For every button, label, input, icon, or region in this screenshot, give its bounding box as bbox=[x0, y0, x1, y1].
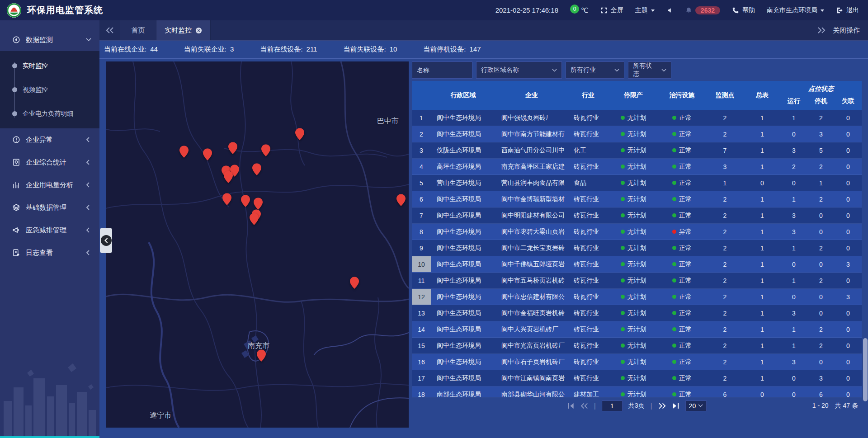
tabs: 首页实时监控 bbox=[120, 20, 211, 40]
industry-filter-select[interactable]: 所有行业 bbox=[566, 61, 624, 79]
col-header-industry[interactable]: 行业 bbox=[568, 81, 609, 110]
map-pin-icon[interactable] bbox=[254, 198, 263, 210]
sidebar-subitem[interactable]: 企业电力负荷明细 bbox=[0, 102, 99, 126]
col-header-lost[interactable]: 失联 bbox=[835, 93, 862, 110]
first-page-icon[interactable] bbox=[567, 403, 575, 409]
map-collapse-handle[interactable] bbox=[100, 228, 112, 253]
tab[interactable]: 首页 bbox=[120, 20, 156, 40]
chevron-down-icon bbox=[661, 69, 666, 72]
table-row[interactable]: 15阆中生态环境局阆中市光富页岩机砖厂砖瓦行业无计划正常21120 bbox=[412, 338, 862, 354]
table-row[interactable]: 3仪陇生态环境局西南油气田分公司川中化工无计划正常71350 bbox=[412, 142, 862, 159]
vertical-scrollbar[interactable] bbox=[863, 338, 868, 401]
prev-page-icon[interactable] bbox=[580, 403, 588, 409]
table-row[interactable]: 11阆中生态环境局阆中市五马桥页岩机砖砖瓦行业无计划正常21120 bbox=[412, 273, 862, 289]
exit-button[interactable]: 退出 bbox=[836, 6, 859, 14]
map-pin-icon[interactable] bbox=[252, 163, 261, 175]
sidebar-menu: 数据监测实时监控视频监控企业电力负荷明细企业异常企业综合统计企业用电量分析基础数… bbox=[0, 28, 99, 264]
sidebar-item[interactable]: 基础数据管理 bbox=[0, 196, 99, 219]
name-input[interactable] bbox=[417, 66, 467, 74]
table-row[interactable]: 16阆中生态环境局阆中市石子页岩机砖厂砖瓦行业无计划正常21300 bbox=[412, 354, 862, 370]
table-row[interactable]: 7阆中生态环境局阆中明阳建材有限公司砖瓦行业无计划正常21300 bbox=[412, 207, 862, 224]
sidebar-item[interactable]: 企业用电量分析 bbox=[0, 174, 99, 196]
status-dot bbox=[621, 376, 625, 380]
map-pin-icon[interactable] bbox=[250, 213, 259, 226]
map-pin-icon[interactable] bbox=[179, 146, 189, 158]
status-dot bbox=[672, 213, 676, 217]
table-row[interactable]: 12阆中生态环境局阆中市忠信建材有限公砖瓦行业无计划正常21003 bbox=[412, 289, 862, 305]
name-filter-input[interactable] bbox=[412, 61, 472, 79]
map-pin-icon[interactable] bbox=[295, 128, 304, 140]
theme-dropdown[interactable]: 主题 bbox=[635, 6, 655, 14]
help-button[interactable]: 帮助 bbox=[732, 6, 755, 14]
cell-facility-status: 正常 bbox=[658, 321, 706, 337]
sidebar-item[interactable]: 企业综合统计 bbox=[0, 151, 99, 174]
tabs-scroll-right-button[interactable] bbox=[817, 27, 826, 33]
fullscreen-button[interactable]: 全屏 bbox=[600, 6, 623, 14]
next-page-icon[interactable] bbox=[658, 403, 666, 409]
map-city-label: 遂宁市 bbox=[150, 411, 171, 420]
col-header-stop[interactable]: 停机 bbox=[807, 93, 835, 110]
col-header-limit[interactable]: 停限产 bbox=[609, 81, 658, 110]
sidebar-item[interactable]: 企业异常 bbox=[0, 128, 99, 151]
table-row[interactable]: 8阆中生态环境局阆中市枣碧大梁山页岩砖瓦行业无计划异常21300 bbox=[412, 224, 862, 240]
tab-close-icon[interactable] bbox=[195, 27, 202, 34]
col-header-run[interactable]: 运行 bbox=[780, 93, 807, 110]
cell-company: 阆中强锐页岩砖厂 bbox=[495, 110, 568, 126]
cell-run: 3 bbox=[780, 224, 807, 240]
notifications[interactable]: 2632 bbox=[685, 6, 720, 14]
region-filter-select[interactable]: 行政区域名称 bbox=[476, 61, 562, 79]
col-header-total[interactable]: 总表 bbox=[744, 81, 780, 110]
page-size-select[interactable]: 20 bbox=[685, 400, 707, 411]
cell-limit-status: 无计划 bbox=[609, 256, 658, 272]
org-dropdown[interactable]: 南充市生态环境局 bbox=[767, 6, 824, 14]
map-pin-icon[interactable] bbox=[222, 193, 231, 205]
col-header-region[interactable]: 行政区域 bbox=[431, 81, 495, 110]
table-row[interactable]: 1阆中生态环境局阆中强锐页岩砖厂砖瓦行业无计划正常21120 bbox=[412, 110, 862, 126]
sidebar-item[interactable]: 日志查看 bbox=[0, 241, 99, 264]
table-row[interactable]: 18南部生态环境局南部县砌华山河有限公建材加工无计划正常60060 bbox=[412, 386, 862, 397]
map-pin-icon[interactable] bbox=[261, 144, 270, 156]
cell-lost: 0 bbox=[835, 207, 862, 223]
close-operations-dropdown[interactable]: 关闭操作 bbox=[833, 26, 860, 35]
table-row[interactable]: 6阆中生态环境局阆中市金博瑞新型墙材砖瓦行业无计划正常21120 bbox=[412, 191, 862, 207]
map-pin-icon[interactable] bbox=[228, 142, 237, 154]
sound-button[interactable] bbox=[666, 7, 674, 14]
sidebar-subitem[interactable]: 实时监控 bbox=[0, 54, 99, 78]
map-pin-icon[interactable] bbox=[224, 171, 233, 183]
tabs-scroll-left-button[interactable] bbox=[99, 20, 120, 40]
table-row[interactable]: 14阆中生态环境局阆中大兴页岩机砖厂砖瓦行业无计划正常21120 bbox=[412, 321, 862, 338]
table-row[interactable]: 4高坪生态环境局南充市高坪区王家店建砖瓦行业无计划正常31220 bbox=[412, 159, 862, 175]
map-panel[interactable]: 巴中市南充市遂宁市 bbox=[106, 61, 409, 428]
table-row[interactable]: 17阆中生态环境局阆中市江南镇阆南页岩砖瓦行业无计划正常21030 bbox=[412, 370, 862, 386]
map-pin-icon[interactable] bbox=[257, 349, 266, 362]
table-row[interactable]: 10阆中生态环境局阆中千佛镇五郎垭页岩砖瓦行业无计划正常21003 bbox=[412, 256, 862, 273]
stats-icon bbox=[12, 158, 20, 166]
sidebar-item[interactable]: 应急减排管理 bbox=[0, 219, 99, 241]
sidebar-subitem[interactable]: 视频监控 bbox=[0, 78, 99, 102]
map-pin-icon[interactable] bbox=[241, 195, 250, 207]
sidebar-item[interactable]: 数据监测 bbox=[0, 28, 99, 51]
cell-monitor: 2 bbox=[706, 207, 744, 223]
app-logo-icon bbox=[6, 3, 22, 18]
table-row[interactable]: 9阆中生态环境局阆中市二龙长宝页岩砖砖瓦行业无计划正常21120 bbox=[412, 240, 862, 256]
map-pin-icon[interactable] bbox=[350, 277, 359, 289]
table-row[interactable]: 13阆中生态环境局阆中市金福旺页岩机砖砖瓦行业无计划正常21300 bbox=[412, 305, 862, 321]
table-row[interactable]: 5营山生态环境局营山县润丰肉食品有限食品无计划正常10010 bbox=[412, 175, 862, 191]
tab[interactable]: 实时监控 bbox=[156, 20, 211, 40]
cell-monitor: 2 bbox=[706, 370, 744, 386]
status-filter-select[interactable]: 所有状态 bbox=[628, 61, 671, 79]
page-input[interactable] bbox=[602, 400, 623, 411]
table-row[interactable]: 2阆中生态环境局阆中市南方节能建材有砖瓦行业无计划正常21030 bbox=[412, 126, 862, 142]
double-chevron-left-icon bbox=[106, 27, 114, 33]
col-header-monitor[interactable]: 监测点 bbox=[706, 81, 744, 110]
col-header-facility[interactable]: 治污设施 bbox=[658, 81, 706, 110]
col-header-company[interactable]: 企业 bbox=[495, 81, 568, 110]
map-pin-icon[interactable] bbox=[203, 148, 212, 160]
map-pin-icon[interactable] bbox=[396, 194, 406, 206]
gauge-icon bbox=[12, 36, 20, 44]
row-index: 12 bbox=[412, 289, 431, 305]
notification-badge[interactable]: 2632 bbox=[695, 6, 720, 14]
cell-lost: 3 bbox=[835, 289, 862, 305]
last-page-icon[interactable] bbox=[672, 403, 679, 409]
industry-filter-value: 所有行业 bbox=[571, 66, 596, 74]
